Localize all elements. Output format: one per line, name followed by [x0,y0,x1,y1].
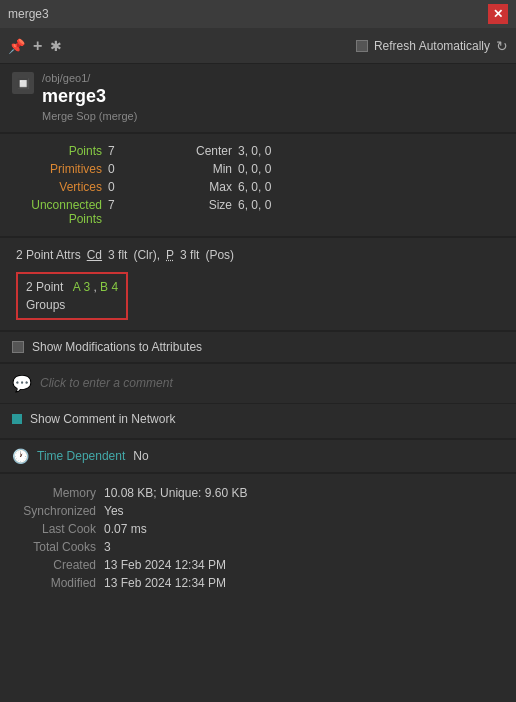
created-label: Created [16,558,96,572]
refresh-label: Refresh Automatically [374,39,490,53]
last-cook-label: Last Cook [16,522,96,536]
stats-section: Points 7 Primitives 0 Vertices 0 Unconne… [0,134,516,237]
total-cooks-value: 3 [104,540,111,554]
point-groups-box: 2 Point A 3 , B 4 Groups [16,272,128,320]
group-label2: Groups [26,298,65,312]
total-cooks-label: Total Cooks [16,540,96,554]
unconnected-points-label: Points [12,212,102,226]
vertices-value: 0 [108,180,115,194]
title-bar: merge3 ✕ [0,0,516,28]
p-attr[interactable]: P [166,248,174,262]
last-cook-value: 0.07 ms [104,522,147,536]
time-icon: 🕐 [12,448,29,464]
group-label: 2 Point [26,280,63,294]
size-value: 6, 0, 0 [238,198,271,212]
cd-attr[interactable]: Cd [87,248,102,262]
modified-value: 13 Feb 2024 12:34 PM [104,576,226,590]
group-a[interactable]: A 3 [73,280,90,294]
center-value: 3, 0, 0 [238,144,271,158]
synchronized-label: Synchronized [16,504,96,518]
modified-label: Modified [16,576,96,590]
show-modifications-checkbox[interactable] [12,341,24,353]
max-value: 6, 0, 0 [238,180,271,194]
show-comment-network-label: Show Comment in Network [30,412,175,426]
gear-icon[interactable]: ✱ [50,38,62,54]
comment-input[interactable]: Click to enter a comment [40,376,173,390]
node-name: merge3 [42,86,137,108]
min-value: 0, 0, 0 [238,162,271,176]
add-icon[interactable]: + [33,37,42,55]
center-label: Center [192,144,232,158]
memory-value: 10.08 KB; Unique: 9.60 KB [104,486,247,500]
group-b[interactable]: B 4 [100,280,118,294]
refresh-checkbox[interactable] [356,40,368,52]
pin-icon[interactable]: 📌 [8,38,25,54]
comment-icon: 💬 [12,374,32,393]
window-title: merge3 [8,7,49,21]
unconnected-value: 7 [108,198,115,212]
comment-section[interactable]: 💬 Click to enter a comment [0,364,516,404]
cd-paren: (Clr), [133,248,160,262]
show-modifications-label: Show Modifications to Attributes [32,340,202,354]
size-label: Size [192,198,232,212]
synchronized-value: Yes [104,504,124,518]
toolbar: 📌 + ✱ Refresh Automatically ↻ [0,28,516,64]
node-info-section: 🔲 /obj/geo1/ merge3 Merge Sop (merge) [0,64,516,133]
refresh-icon[interactable]: ↻ [496,38,508,54]
close-button[interactable]: ✕ [488,4,508,24]
time-dependent-section: 🕐 Time Dependent No [0,440,516,473]
max-label: Max [192,180,232,194]
cook-info-section: Memory 10.08 KB; Unique: 9.60 KB Synchro… [0,474,516,606]
breadcrumb: /obj/geo1/ [42,72,137,84]
p-type: 3 flt [180,248,199,262]
points-label: Points [12,144,102,158]
unconnected-label: Unconnected [12,198,102,212]
created-value: 13 Feb 2024 12:34 PM [104,558,226,572]
node-icon: 🔲 [12,72,34,94]
time-dependent-label: Time Dependent [37,449,125,463]
show-comment-network-section: Show Comment in Network [0,404,516,439]
show-comment-network-checkbox[interactable] [12,414,22,424]
time-dependent-value: No [133,449,148,463]
attrs-count-label: 2 Point Attrs [16,248,81,262]
memory-label: Memory [16,486,96,500]
vertices-label: Vertices [12,180,102,194]
p-paren: (Pos) [205,248,234,262]
node-type: Merge Sop (merge) [42,110,137,122]
primitives-label: Primitives [12,162,102,176]
attributes-section: 2 Point Attrs Cd 3 flt (Clr), P 3 flt (P… [0,238,516,331]
primitives-value: 0 [108,162,115,176]
points-value: 7 [108,144,115,158]
cd-type: 3 flt [108,248,127,262]
min-label: Min [192,162,232,176]
show-modifications-section: Show Modifications to Attributes [0,332,516,363]
